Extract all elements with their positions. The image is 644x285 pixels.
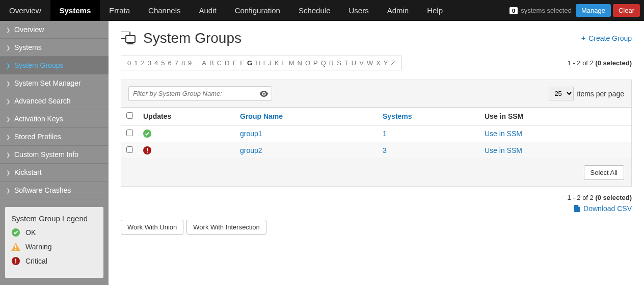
work-with-union-button[interactable]: Work With Union	[121, 220, 183, 235]
nav-admin[interactable]: Admin	[378, 0, 418, 21]
nav-configuration[interactable]: Configuration	[226, 0, 289, 21]
col-systems[interactable]: Systems	[378, 108, 479, 125]
row-checkbox[interactable]	[126, 146, 133, 153]
sidebar-item-stored-profiles[interactable]: ❯Stored Profiles	[0, 128, 109, 146]
systems-selected: 0 systems selected	[509, 7, 572, 14]
result-range-top: 1 - 2 of 2 (0 selected)	[568, 59, 632, 67]
sidebar-item-software-crashes[interactable]: ❯Software Crashes	[0, 182, 109, 199]
nav-schedule[interactable]: Schedule	[289, 0, 340, 21]
alpha-C[interactable]: C	[216, 59, 223, 67]
nav-audit[interactable]: Audit	[190, 0, 225, 21]
alpha-B[interactable]: B	[208, 59, 215, 67]
alpha-S[interactable]: S	[336, 59, 342, 67]
alpha-M[interactable]: M	[288, 59, 296, 67]
table-row: group23Use in SSM	[121, 142, 631, 159]
use-in-ssm-link[interactable]: Use in SSM	[485, 146, 522, 154]
sidebar-item-activation-keys[interactable]: ❯Activation Keys	[0, 110, 109, 128]
alpha-N[interactable]: N	[296, 59, 303, 67]
alpha-2[interactable]: 2	[140, 59, 145, 67]
work-with-intersection-button[interactable]: Work With Intersection	[186, 220, 266, 235]
nav-errata[interactable]: Errata	[100, 0, 139, 21]
alpha-Z[interactable]: Z	[390, 59, 396, 67]
sidebar-item-systems[interactable]: ❯Systems	[0, 39, 109, 57]
alpha-7[interactable]: 7	[174, 59, 179, 67]
sidebar-item-kickstart[interactable]: ❯Kickstart	[0, 164, 109, 182]
select-all-checkbox[interactable]	[126, 112, 133, 119]
chevron-right-icon: ❯	[6, 170, 10, 175]
alpha-P[interactable]: P	[312, 59, 319, 67]
row-checkbox[interactable]	[126, 129, 133, 136]
alpha-4[interactable]: 4	[153, 59, 159, 67]
alpha-F[interactable]: F	[239, 59, 245, 67]
nav-systems[interactable]: Systems	[50, 0, 100, 21]
manage-button[interactable]: Manage	[576, 4, 611, 17]
sidebar-item-system-set-manager[interactable]: ❯System Set Manager	[0, 74, 109, 92]
alpha-9[interactable]: 9	[187, 59, 193, 67]
svg-rect-4	[15, 259, 16, 262]
svg-rect-9	[127, 43, 133, 44]
alpha-filter: 0123456789ABCDEFGHIJKLMNOPQRSTUVWXYZ	[121, 56, 401, 70]
filter-input[interactable]	[128, 86, 256, 101]
alpha-1[interactable]: 1	[133, 59, 139, 67]
alpha-I[interactable]: I	[262, 59, 266, 67]
chevron-right-icon: ❯	[6, 188, 10, 193]
alpha-3[interactable]: 3	[147, 59, 152, 67]
alpha-O[interactable]: O	[304, 59, 311, 67]
sidebar-item-advanced-search[interactable]: ❯Advanced Search	[0, 92, 109, 110]
group-name-link[interactable]: group1	[240, 129, 262, 138]
sidebar-item-custom-system-info[interactable]: ❯Custom System Info	[0, 146, 109, 164]
group-name-link[interactable]: group2	[240, 146, 262, 154]
select-all-button[interactable]: Select All	[584, 165, 624, 180]
result-range-bottom: 1 - 2 of 2 (0 selected)	[568, 194, 632, 201]
alpha-K[interactable]: K	[274, 59, 280, 67]
chevron-right-icon: ❯	[6, 116, 10, 122]
alpha-V[interactable]: V	[358, 59, 365, 67]
alpha-W[interactable]: W	[366, 59, 374, 67]
alpha-G[interactable]: G	[246, 59, 253, 67]
sidebar-item-system-groups[interactable]: ❯System Groups	[0, 57, 109, 74]
nav-overview[interactable]: Overview	[0, 0, 50, 21]
alpha-A[interactable]: A	[201, 59, 207, 67]
nav-channels[interactable]: Channels	[139, 0, 190, 21]
chevron-right-icon: ❯	[6, 27, 10, 33]
alpha-D[interactable]: D	[224, 59, 230, 67]
warning-icon	[11, 242, 20, 251]
chevron-right-icon: ❯	[6, 81, 10, 86]
file-icon	[574, 205, 580, 212]
alpha-U[interactable]: U	[351, 59, 357, 67]
alpha-0[interactable]: 0	[126, 59, 132, 67]
alpha-Q[interactable]: Q	[320, 59, 327, 67]
legend-ok-label: OK	[25, 228, 36, 237]
col-group-name[interactable]: Group Name	[235, 108, 378, 125]
sidebar-item-overview[interactable]: ❯Overview	[0, 21, 109, 39]
sidebar: ❯Overview❯Systems❯System Groups❯System S…	[0, 21, 109, 285]
systems-count-link[interactable]: 3	[383, 146, 387, 154]
status-ok-icon	[143, 129, 230, 138]
status-critical-icon	[143, 146, 230, 154]
systems-count-link[interactable]: 1	[383, 129, 387, 138]
alpha-J[interactable]: J	[267, 59, 273, 67]
alpha-6[interactable]: 6	[167, 59, 172, 67]
alpha-R[interactable]: R	[328, 59, 335, 67]
alpha-8[interactable]: 8	[180, 59, 186, 67]
alpha-T[interactable]: T	[343, 59, 350, 67]
nav-users[interactable]: Users	[339, 0, 378, 21]
ok-icon	[11, 228, 20, 237]
legend-warning-label: Warning	[25, 243, 52, 251]
download-csv-link[interactable]: Download CSV	[574, 204, 632, 213]
use-in-ssm-link[interactable]: Use in SSM	[485, 129, 522, 138]
alpha-H[interactable]: H	[254, 59, 261, 67]
items-per-page-select[interactable]: 25	[549, 87, 574, 100]
alpha-5[interactable]: 5	[160, 59, 166, 67]
groups-table: Updates Group Name Systems Use in SSM gr…	[121, 107, 631, 159]
svg-rect-2	[15, 249, 16, 250]
nav-help[interactable]: Help	[418, 0, 452, 21]
alpha-Y[interactable]: Y	[383, 59, 389, 67]
alpha-X[interactable]: X	[375, 59, 382, 67]
create-group-link[interactable]: + Create Group	[581, 34, 632, 42]
clear-button[interactable]: Clear	[613, 4, 640, 17]
alpha-L[interactable]: L	[281, 59, 286, 67]
filter-submit-button[interactable]	[256, 86, 272, 101]
alpha-E[interactable]: E	[231, 59, 238, 67]
systems-selected-label: systems selected	[521, 7, 572, 14]
